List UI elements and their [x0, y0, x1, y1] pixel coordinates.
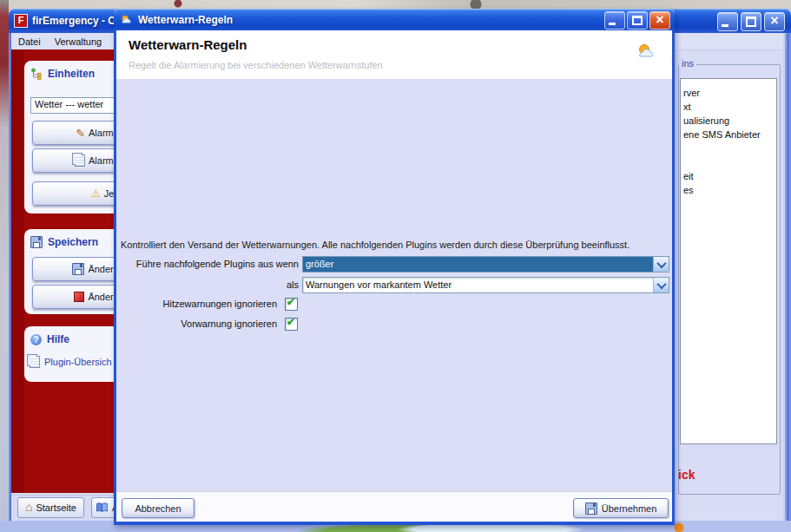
dialog-window-controls [604, 11, 670, 30]
alarm-copy-button[interactable]: Alarmab [32, 148, 127, 173]
menu-item-datei[interactable]: Datei [18, 36, 41, 47]
einheiten-header: Einheiten [24, 61, 117, 80]
plugin-overview-label: Plugin-Übersich [44, 357, 112, 367]
screen: F firEmergency - C Datei Verwaltung Hil [0, 0, 791, 532]
speichern-header: Speichern [24, 229, 117, 248]
book-icon [96, 502, 109, 513]
einheiten-title: Einheiten [48, 68, 95, 80]
form-row-condition: Führe nachfolgende Plugins aus wenn größ… [116, 256, 672, 273]
minimize-button[interactable] [604, 11, 625, 30]
dialog-titlebar[interactable]: Wetterwarn-Regeln [114, 9, 675, 30]
sidebar-section-einheiten: Einheiten Wetter --- wetter Alarmab Alar… [11, 49, 117, 219]
prewarn-ignore-checkbox[interactable] [285, 318, 298, 331]
list-item[interactable]: ualisierung [683, 114, 776, 128]
floppy-icon [585, 502, 597, 515]
tab-startseite[interactable]: Startseite [17, 497, 84, 518]
main-window-title: firEmergency - C [32, 15, 115, 27]
minimize-button[interactable] [717, 12, 738, 31]
hilfe-title: Hilfe [47, 333, 69, 345]
plugins-notice-text: ick [678, 468, 695, 482]
maximize-button[interactable] [741, 12, 761, 31]
floppy-icon [30, 236, 43, 248]
heat-ignore-checkbox[interactable] [285, 298, 298, 311]
house-icon [25, 502, 32, 513]
jetzt-button[interactable]: Jetzt [32, 181, 127, 206]
list-item[interactable]: es [683, 183, 776, 197]
level-label: als [116, 277, 299, 293]
form-row-prewarn: Vorwarnung ignorieren [116, 318, 672, 334]
list-item[interactable]: ene SMS Anbieter [683, 128, 776, 141]
list-item[interactable]: eit [683, 169, 776, 183]
apply-button[interactable]: Übernehmen [573, 498, 669, 518]
dialog-body: Kontrolliert den Versand der Wetterwarnu… [116, 79, 672, 491]
form-row-heat: Hitzewarnungen ignorieren [116, 298, 672, 314]
warning-icon [91, 187, 101, 200]
dialog-subtitle: Regelt die Alarmierung bei verschiedenen… [129, 60, 383, 70]
speichern-title: Speichern [48, 236, 98, 248]
alarm-edit-button[interactable]: Alarmab [32, 121, 127, 145]
org-tree-icon [30, 68, 43, 80]
maximize-button[interactable] [627, 11, 648, 30]
condition-value: größer [303, 257, 653, 272]
desktop-strip-left [0, 0, 9, 532]
dialog-title: Wetterwarn-Regeln [138, 14, 233, 26]
sidebar-section-hilfe: Hilfe Plugin-Übersich [11, 319, 117, 493]
level-value: Warnungen vor markantem Wetter [303, 278, 653, 292]
app-logo-icon: F [14, 14, 28, 28]
pencil-icon [76, 127, 85, 140]
plugin-overview-link[interactable]: Plugin-Übersich [24, 345, 117, 368]
discard-changes-button[interactable]: Änderun [32, 285, 127, 309]
apply-label: Übernehmen [602, 503, 657, 514]
menu-item-verwaltung[interactable]: Verwaltung [55, 36, 102, 47]
close-icon[interactable] [649, 11, 670, 30]
unit-combobox[interactable]: Wetter --- wetter [30, 97, 122, 114]
red-square-icon [74, 292, 84, 302]
plugins-list[interactable]: rver xt ualisierung ene SMS Anbieter eit… [680, 78, 777, 444]
close-button[interactable] [764, 12, 785, 31]
chevron-down-icon[interactable] [653, 257, 669, 272]
tab-startseite-label: Startseite [36, 502, 76, 513]
plugins-group-label: ins [679, 58, 696, 69]
form-row-level: als Warnungen vor markantem Wetter [116, 277, 672, 293]
cancel-button[interactable]: Abbrechen [122, 498, 194, 518]
window-right-border [783, 33, 791, 521]
copy-icon [75, 154, 85, 167]
condition-label: Führe nachfolgende Plugins aus wenn [116, 256, 299, 273]
copy-icon [30, 356, 40, 368]
list-item[interactable]: xt [683, 100, 776, 114]
hilfe-panel: Hilfe Plugin-Übersich [24, 326, 117, 382]
save-changes-button[interactable]: Änderun [32, 257, 127, 281]
dialog-header: Wetterwarn-Regeln Regelt die Alarmierung… [116, 30, 672, 80]
dialog-heading: Wetterwarn-Regeln [129, 37, 247, 52]
level-combobox[interactable]: Warnungen vor markantem Wetter [302, 277, 669, 293]
dialog-description: Kontrolliert den Versand der Wetterwarnu… [121, 240, 671, 250]
chevron-down-icon[interactable] [653, 278, 669, 292]
sidebar-section-speichern: Speichern Änderun Änderun [11, 219, 117, 319]
dialog-footer: Abbrechen Übernehmen [116, 491, 672, 522]
prewarn-ignore-label: Vorwarnung ignorieren [116, 318, 277, 330]
main-window-controls [717, 12, 785, 31]
list-item[interactable]: rver [683, 86, 776, 100]
desktop-strip-top [0, 0, 791, 9]
sun-cloud-icon [636, 43, 658, 60]
floppy-icon [72, 263, 84, 275]
cancel-label: Abbrechen [135, 503, 181, 514]
sun-cloud-icon [120, 14, 134, 25]
dialog-window: Wetterwarn-Regeln Wetterwarn-Regeln Rege… [114, 9, 675, 525]
hilfe-header: Hilfe [24, 326, 117, 345]
heat-ignore-label: Hitzewarnungen ignorieren [116, 298, 277, 310]
condition-combobox[interactable]: größer [302, 256, 669, 273]
help-icon [30, 334, 42, 345]
